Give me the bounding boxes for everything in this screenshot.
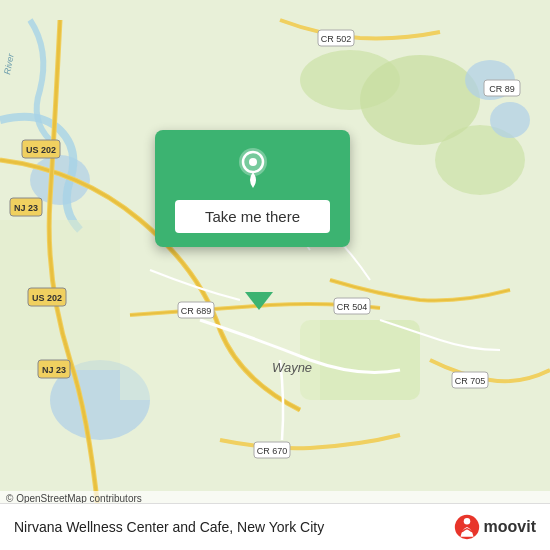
svg-point-36 [463, 518, 470, 525]
svg-text:CR 89: CR 89 [489, 84, 515, 94]
take-me-there-button[interactable]: Take me there [175, 200, 330, 233]
moovit-icon [454, 514, 480, 540]
popup-card: Take me there [155, 130, 350, 247]
place-name: Nirvana Wellness Center and Cafe, New Yo… [14, 519, 324, 535]
svg-rect-9 [120, 280, 320, 400]
svg-text:US 202: US 202 [26, 145, 56, 155]
svg-text:CR 705: CR 705 [455, 376, 486, 386]
svg-text:NJ 23: NJ 23 [42, 365, 66, 375]
svg-text:Wayne: Wayne [272, 360, 312, 375]
svg-text:River: River [2, 52, 16, 75]
svg-text:CR 689: CR 689 [181, 306, 212, 316]
svg-text:CR 502: CR 502 [321, 34, 352, 44]
svg-point-34 [249, 158, 257, 166]
svg-text:US 202: US 202 [32, 293, 62, 303]
map-container: US 202 US 202 NJ 23 NJ 23 CR 502 CR 89 C… [0, 0, 550, 550]
map-svg: US 202 US 202 NJ 23 NJ 23 CR 502 CR 89 C… [0, 0, 550, 550]
svg-text:CR 504: CR 504 [337, 302, 368, 312]
moovit-logo: moovit [454, 514, 536, 540]
bottom-bar: Nirvana Wellness Center and Cafe, New Yo… [0, 503, 550, 550]
moovit-text: moovit [484, 518, 536, 536]
popup-triangle [245, 292, 273, 310]
svg-point-7 [490, 102, 530, 138]
svg-point-2 [300, 50, 400, 110]
svg-text:CR 670: CR 670 [257, 446, 288, 456]
svg-text:NJ 23: NJ 23 [14, 203, 38, 213]
location-pin-icon [231, 146, 275, 190]
